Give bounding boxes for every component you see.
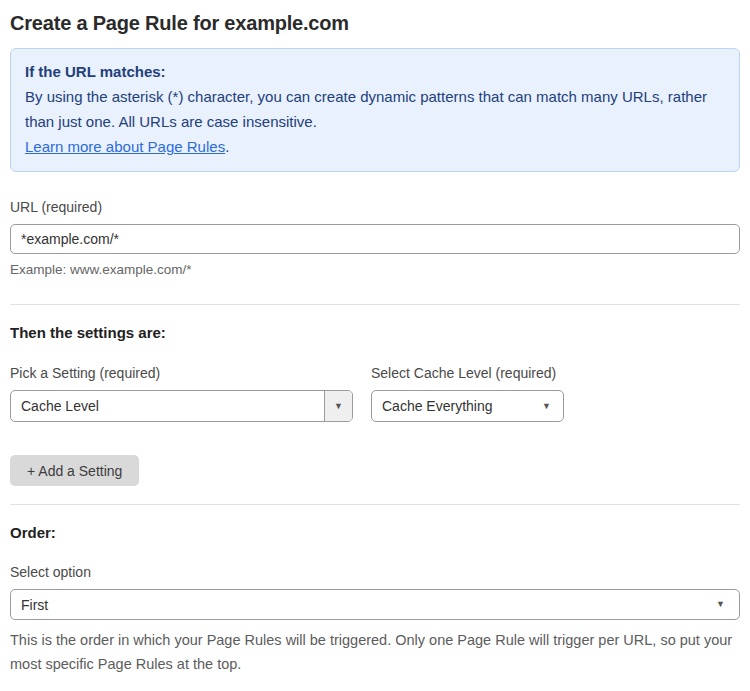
notice-link-row: Learn more about Page Rules. (25, 134, 725, 159)
url-input[interactable] (10, 224, 740, 254)
chevron-down-icon: ▼ (716, 600, 725, 609)
url-matches-notice: If the URL matches: By using the asteris… (10, 48, 740, 172)
add-setting-button[interactable]: + Add a Setting (10, 455, 139, 486)
cache-level-label: Select Cache Level (required) (371, 364, 556, 382)
pick-setting-label: Pick a Setting (required) (10, 364, 353, 382)
pick-setting-arrow-segment: ▼ (324, 391, 352, 421)
create-page-rule-form: Create a Page Rule for example.com If th… (0, 0, 750, 691)
order-heading: Order: (10, 524, 740, 541)
settings-labels-row: Pick a Setting (required) Select Cache L… (10, 364, 740, 382)
divider (10, 504, 740, 505)
order-dropdown[interactable]: First ▼ (10, 589, 740, 620)
order-helper-text: This is the order in which your Page Rul… (10, 628, 734, 676)
notice-body-text: By using the asterisk (*) character, you… (25, 88, 707, 130)
chevron-down-icon: ▼ (334, 402, 343, 411)
url-field-label: URL (required) (10, 198, 740, 216)
notice-heading: If the URL matches: (25, 59, 725, 84)
settings-heading: Then the settings are: (10, 324, 740, 341)
chevron-down-icon: ▼ (542, 402, 551, 411)
cache-level-dropdown[interactable]: Cache Everything ▼ (371, 390, 564, 422)
cache-level-value: Cache Everything (372, 391, 542, 421)
learn-more-link[interactable]: Learn more about Page Rules (25, 138, 225, 155)
pick-setting-dropdown[interactable]: Cache Level ▼ (10, 390, 353, 422)
divider (10, 304, 740, 305)
pick-setting-value: Cache Level (11, 391, 324, 421)
order-select-label: Select option (10, 563, 740, 581)
url-example-helper: Example: www.example.com/* (10, 261, 740, 279)
order-value: First (11, 590, 716, 619)
settings-dropdown-row: Cache Level ▼ Cache Everything ▼ (10, 390, 740, 422)
order-arrow-wrap: ▼ (716, 590, 739, 619)
page-title: Create a Page Rule for example.com (10, 10, 740, 36)
notice-body: By using the asterisk (*) character, you… (25, 84, 725, 134)
cache-level-arrow-wrap: ▼ (542, 391, 563, 421)
link-period: . (225, 138, 229, 155)
